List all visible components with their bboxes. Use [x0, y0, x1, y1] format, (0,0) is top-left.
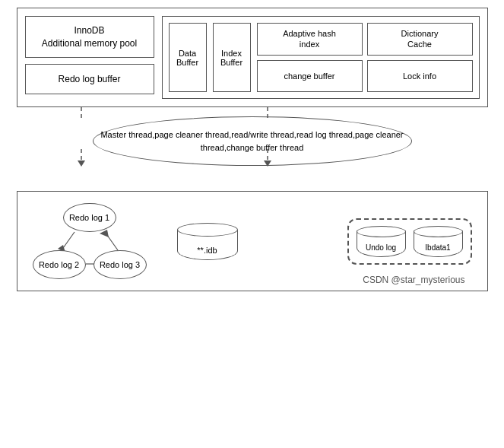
- ibdata1-cylinder-top: [414, 226, 463, 237]
- middle-section: Master thread,page cleaner thread,read/w…: [17, 107, 488, 183]
- index-buffer-label: Index Buffer: [220, 49, 242, 67]
- redo-log3-oval: Redo log 3: [94, 250, 147, 279]
- svg-marker-11: [100, 230, 109, 237]
- memory-box: InnoDB Additional memory pool Redo log b…: [17, 8, 488, 107]
- redo-log2-oval: Redo log 2: [33, 250, 86, 279]
- redo-log-buffer-label: Redo log buffer: [59, 74, 121, 84]
- idb-label: **.idb: [197, 246, 217, 255]
- grid-section: Adaptive hash index Dictionary Cache cha…: [257, 23, 473, 92]
- dictionary-cache-box: Dictionary Cache: [367, 23, 473, 56]
- diagram-container: InnoDB Additional memory pool Redo log b…: [17, 8, 488, 291]
- ibdata1-label: Ibdata1: [425, 243, 450, 252]
- ibdata1-cylinder: Ibdata1: [414, 226, 463, 257]
- data-buffer-box: Data Buffer: [169, 23, 207, 92]
- right-section: Data Buffer Index Buffer Adaptive hash i…: [162, 16, 480, 99]
- adaptive-hash-label: Adaptive hash index: [283, 28, 336, 50]
- data-buffer-label: Data Buffer: [176, 49, 198, 67]
- redo-log3-label: Redo log 3: [100, 260, 140, 269]
- change-buffer-label: change buffer: [284, 71, 334, 81]
- innodb-pool-box: InnoDB Additional memory pool: [25, 16, 154, 58]
- watermark: CSDN @star_mysterious: [363, 275, 464, 285]
- watermark-text: CSDN @star_mysterious: [363, 275, 464, 285]
- idb-cylinder: **.idb: [177, 223, 238, 260]
- undo-log-cylinder-top: [357, 226, 406, 237]
- redo-circles: Redo log 1 Redo log 2 Redo log 3: [33, 203, 147, 279]
- lock-info-label: Lock info: [403, 71, 436, 81]
- undo-log-cylinder: Undo log: [357, 226, 406, 257]
- thread-ellipse: Master thread,page cleaner thread,read/w…: [93, 116, 412, 166]
- redo-log1-label: Redo log 1: [69, 213, 109, 222]
- redo-log-buffer-box: Redo log buffer: [25, 64, 154, 94]
- svg-marker-2: [78, 160, 85, 167]
- dashed-cylinder-group: Undo log Ibdata1: [347, 218, 472, 265]
- change-buffer-box: change buffer: [257, 60, 363, 93]
- lock-info-box: Lock info: [367, 60, 473, 93]
- idb-cylinder-top: [177, 223, 238, 237]
- undo-log-label: Undo log: [366, 243, 396, 252]
- index-buffer-box: Index Buffer: [213, 23, 251, 92]
- innodb-pool-label: InnoDB Additional memory pool: [42, 24, 137, 50]
- thread-text: Master thread,page cleaner thread,read/w…: [100, 129, 403, 154]
- dictionary-cache-label: Dictionary Cache: [401, 28, 439, 50]
- left-section: InnoDB Additional memory pool Redo log b…: [25, 16, 154, 99]
- redo-log2-label: Redo log 2: [39, 260, 79, 269]
- adaptive-hash-box: Adaptive hash index: [257, 23, 363, 56]
- index-buffer-col: Index Buffer: [213, 23, 251, 92]
- data-buffer-col: Data Buffer: [169, 23, 207, 92]
- redo-log1-oval: Redo log 1: [63, 203, 116, 232]
